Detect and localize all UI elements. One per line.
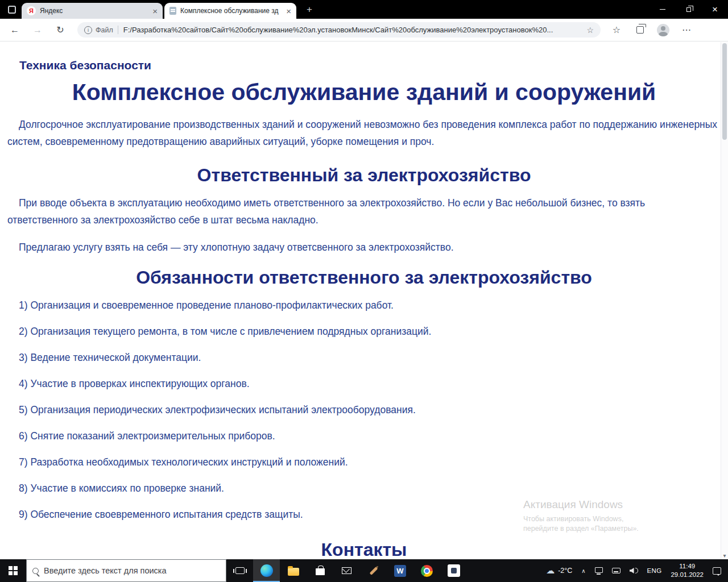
profile-button[interactable] [656,23,671,38]
duty-item: 2) Организация текущего ремонта, в том ч… [7,325,718,338]
time: 11:49 [679,562,695,571]
duty-item: 1) Организация и своевременное проведени… [7,298,718,312]
taskbar-store-button[interactable] [307,559,333,582]
duty-item: 8) Участие в комиссиях по проверке знани… [7,481,718,495]
white-tile-app-icon [448,564,460,577]
action-center-button[interactable] [708,559,726,582]
word-icon: W [394,565,406,577]
taskbar-search-box[interactable] [26,559,226,582]
notification-icon [713,567,721,575]
paragraph: При вводе объекта в эксплуатацию необход… [7,194,718,228]
section-title-duties: Обязанности ответственного за электрохоз… [0,266,728,289]
touch-keyboard-button[interactable] [607,559,625,582]
tab-label: Комплексное обслуживание зд [180,7,282,15]
network-icon [595,567,603,573]
temperature: -2°C [558,567,572,575]
taskbar-chrome-button[interactable] [413,559,440,582]
tab-current-page[interactable]: Комплексное обслуживание зд × [164,3,296,19]
address-bar[interactable]: i Файл F:/Разработка%20сайтов/Сайт%20обс… [77,22,601,38]
scroll-down-arrow-icon[interactable]: ▾ [721,552,728,559]
document-favicon-icon [169,7,176,15]
favorites-hub-icon[interactable]: ☆ [609,23,624,38]
tab-close-icon[interactable]: × [152,7,158,15]
yandex-favicon-icon: Я [27,6,36,15]
window-controls: × [650,0,728,19]
cloud-icon: ☁ [546,566,555,576]
back-button[interactable]: ← [7,22,23,38]
refresh-button[interactable]: ↻ [52,22,68,38]
page-title: Комплексное обслуживание зданий и сооруж… [6,79,722,106]
system-tray: ☁ -2°C ∧ ENG 11:49 29.01.2022 [541,559,728,582]
forward-button[interactable]: → [30,22,46,38]
duty-item: 9) Обеспечение своевременного испытания … [7,508,718,521]
taskbar-pinned-app-1-button[interactable] [360,559,387,582]
hidden-icons-button[interactable]: ∧ [577,559,590,582]
weather-widget[interactable]: ☁ -2°C [541,559,577,582]
settings-more-icon[interactable]: ⋯ [679,23,694,38]
keyboard-icon [612,568,621,573]
chrome-icon [421,565,433,577]
date: 29.01.2022 [671,571,704,579]
clock[interactable]: 11:49 29.01.2022 [666,559,708,582]
network-button[interactable] [590,559,607,582]
search-input[interactable] [44,566,220,575]
tab-close-icon[interactable]: × [286,7,291,15]
duty-item: 3) Ведение технической документации. [7,351,718,364]
volume-icon [630,568,634,573]
collections-button[interactable] [632,23,647,38]
task-view-icon [235,567,245,574]
section-title-responsible: Ответственный за электрохозяйство [0,164,728,186]
volume-wave-icon [635,568,638,573]
page-scrollbar[interactable]: ▾ [721,42,728,559]
taskbar-edge-button[interactable] [253,559,280,582]
workspaces-icon[interactable] [5,0,19,19]
paragraph: Предлагаю услугу взять на себя — эту хло… [7,239,718,256]
tab-yandex[interactable]: Я Яндекс × [22,3,163,19]
start-button[interactable] [0,559,26,582]
new-tab-button[interactable]: + [302,2,317,17]
search-icon [32,568,39,574]
duty-item: 5) Организация периодических электрофизи… [7,403,718,417]
browser-titlebar: Я Яндекс × Комплексное обслуживание зд ×… [0,0,728,19]
mail-icon [342,567,351,574]
taskbar-word-button[interactable]: W [387,559,413,582]
intro-paragraph: Долгосрочное эксплуатирование производст… [7,116,718,150]
section-title-contacts: Контакты [0,538,728,559]
windows-logo-icon [9,566,18,575]
store-icon [316,568,325,575]
screen: Я Яндекс × Комплексное обслуживание зд ×… [0,0,728,582]
browser-toolbar: ← → ↻ i Файл F:/Разработка%20сайтов/Сайт… [0,19,728,41]
divider [118,26,118,34]
file-explorer-icon [288,568,299,576]
url-text[interactable]: F:/Разработка%20сайтов/Сайт%20обслуживан… [123,26,582,34]
taskbar-pinned-app-2-button[interactable] [440,559,467,582]
volume-button[interactable] [625,559,643,582]
duty-item: 7) Разработка необходимых технологически… [7,455,718,469]
restore-button[interactable] [676,0,702,19]
browser-viewport: Техника безопасности Комплексное обслужи… [0,42,728,559]
safety-menu-link[interactable]: Техника безопасности [19,59,151,72]
edge-icon [260,564,273,577]
file-protocol-badge: Файл [96,26,113,34]
restore-icon [686,7,691,12]
minimize-button[interactable] [650,0,676,19]
taskbar: W ☁ -2°C ∧ ENG 11:49 29.01.2022 [0,559,728,582]
task-view-button[interactable] [226,559,253,582]
duty-item: 4) Участие в проверках инспектирующих ор… [7,377,718,390]
minimize-icon [660,9,665,10]
tab-label: Яндекс [40,7,148,15]
pencil-app-icon [369,567,378,575]
info-icon[interactable]: i [84,26,92,34]
duty-item: 6) Снятие показаний электроизмерительных… [7,429,718,443]
add-favorite-star-icon[interactable]: ☆ [586,26,594,35]
chevron-up-icon: ∧ [581,568,585,574]
taskbar-mail-button[interactable] [333,559,360,582]
square-icon [8,6,16,14]
avatar [657,24,669,36]
taskbar-explorer-button[interactable] [280,559,307,582]
language-indicator[interactable]: ENG [643,559,667,582]
collections-icon [636,26,644,34]
scrollbar-thumb[interactable] [722,43,727,140]
close-button[interactable]: × [702,0,728,19]
